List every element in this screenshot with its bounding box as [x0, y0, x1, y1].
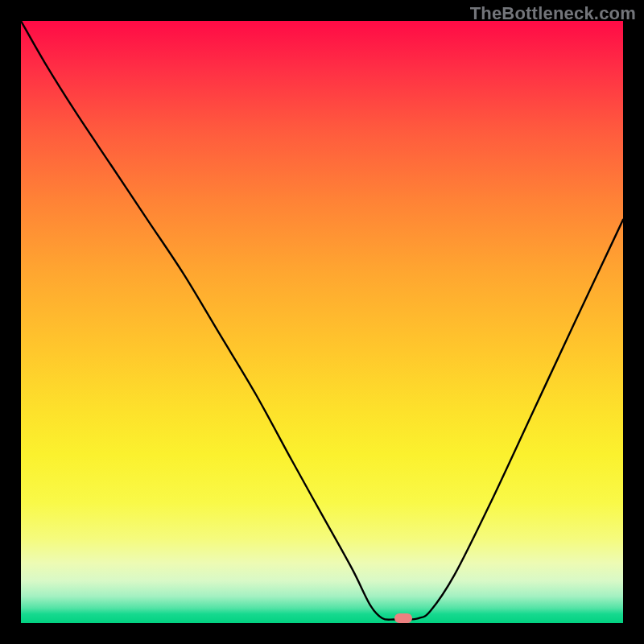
chart-frame: TheBottleneck.com	[0, 0, 644, 644]
bottleneck-curve	[21, 21, 623, 623]
optimal-marker	[394, 613, 412, 623]
watermark-label: TheBottleneck.com	[470, 3, 636, 24]
plot-area	[21, 21, 623, 623]
